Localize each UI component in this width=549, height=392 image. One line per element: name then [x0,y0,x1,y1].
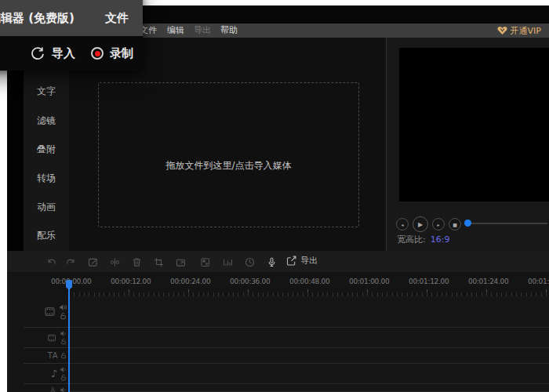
callout-titlebar: 编辑器 (免费版) 文件 [0,0,143,36]
mosaic-button[interactable] [198,256,211,268]
playhead-handle[interactable] [66,280,72,287]
sidebar-item-music[interactable]: 配乐 [24,229,69,242]
stop-button[interactable]: ■ [449,218,461,230]
mute-toggle-icon[interactable] [60,366,67,373]
seek-handle[interactable] [464,220,471,227]
menu-edit[interactable]: 编辑 [167,24,184,38]
text-track-icon: TA [48,351,58,360]
track-lanes [69,296,549,392]
aspect-ratio: 宽高比:16:9 [397,234,449,245]
import-icon [30,45,45,61]
lock-toggle-icon[interactable] [60,352,67,359]
lock-toggle-icon[interactable] [60,312,67,320]
voice-track-header [24,384,69,392]
lock-toggle-icon[interactable] [60,338,67,345]
microphone-button[interactable] [265,256,278,268]
mute-toggle-icon[interactable] [59,303,67,311]
previous-frame-icon: ◂ [401,222,403,227]
video-track-lane [69,296,549,328]
scale-button[interactable] [174,256,187,268]
music-note-icon: ♪ [51,368,57,379]
sidebar-item-text[interactable]: 文字 [24,85,69,98]
voice-track-lane [69,384,549,392]
delete-button[interactable] [130,256,143,268]
duration-button[interactable] [243,256,256,268]
sidebar-item-transition[interactable]: 转场 [24,172,69,185]
pip-track-header [24,328,69,348]
split-button[interactable] [108,256,121,268]
undo-button[interactable] [45,256,57,268]
aspect-ratio-value[interactable]: 16:9 [431,234,450,245]
mute-toggle-icon[interactable] [60,330,67,337]
microphone-icon [49,387,57,392]
sidebar-item-filter[interactable]: 滤镜 [24,114,69,128]
record-icon [91,47,104,60]
ruler-label: 00:01:12.00 [409,278,446,285]
timeline-toolbar: 导出 [7,251,549,272]
ruler-label: 00:00:12.00 [111,278,148,285]
preview-panel: ◂ ▶ ▸ ■ 宽高比:16:9 [387,38,549,251]
vip-heart-icon [497,26,507,35]
timeline-panel: 导出 00:00:00.00 00:00:12.00 00:00:24.00 0… [7,251,549,392]
play-button[interactable]: ▶ [413,216,428,232]
vip-label: 开通VIP [511,25,541,37]
next-frame-button[interactable]: ▸ [432,218,445,230]
ruler-label: 00:01:24.00 [468,278,506,285]
dropzone-text: 拖放文件到这里/点击导入媒体 [165,159,291,172]
record-button[interactable]: 录制 [110,46,133,61]
sidebar-item-overlay[interactable]: 叠附 [24,143,69,156]
app-screenshot: 文件 编辑 导出 帮助 开通VIP 录制 所有 ▼ 文字 滤镜 叠附 转场 动画… [0,0,549,392]
redo-button[interactable] [64,256,77,268]
import-button[interactable]: 导入 [52,46,75,61]
export-button[interactable]: 导出 [285,255,318,267]
vip-button[interactable]: 开通VIP [497,24,541,38]
ruler-label: 00:00:36.00 [230,278,267,285]
sidebar-item-animation[interactable]: 动画 [24,201,69,214]
audio-levels-button[interactable] [221,256,234,268]
timeline-ruler[interactable]: 00:00:00.00 00:00:12.00 00:00:24.00 00:0… [7,274,549,297]
menu-help[interactable]: 帮助 [220,24,238,38]
video-preview-screen [399,48,549,201]
export-label: 导出 [300,255,318,267]
music-track-lane [69,364,549,384]
export-icon [285,255,297,267]
previous-frame-button[interactable]: ◂ [396,218,409,230]
mute-toggle-icon[interactable] [60,387,67,392]
zoom-callout: 编辑器 (免费版) 文件 导入 录制 [0,0,143,71]
music-track-header: ♪ [24,364,69,384]
lock-toggle-icon[interactable] [60,374,67,381]
next-frame-icon: ▸ [437,222,439,227]
seek-bar[interactable] [465,223,547,224]
import-dropzone[interactable]: 拖放文件到这里/点击导入媒体 [98,82,359,227]
video-track-header [24,296,69,328]
playhead-line[interactable] [68,289,70,392]
ruler-label: 00:01:36.00 [528,278,549,285]
file-menu-zoomed[interactable]: 文件 [105,11,129,26]
crop-button[interactable] [152,256,165,268]
menu-export[interactable]: 导出 [194,24,211,38]
text-track-lane [69,348,549,364]
aspect-ratio-label: 宽高比: [397,234,426,245]
app-title: 编辑器 (免费版) [0,11,75,26]
play-icon: ▶ [418,221,423,228]
stop-icon: ■ [453,222,457,227]
edit-button[interactable] [86,256,99,268]
callout-actions: 导入 录制 [0,36,143,71]
ruler-label: 00:01:00.00 [349,278,387,285]
film-icon [43,305,56,318]
track-area: TA ♪ [7,296,549,392]
pip-track-lane [69,328,549,348]
film-icon [46,332,57,343]
text-track-header: TA [24,348,69,364]
ruler-label: 00:00:24.00 [170,278,208,285]
playback-controls: ◂ ▶ ▸ ■ [396,216,461,233]
ruler-label: 00:00:48.00 [289,278,327,285]
